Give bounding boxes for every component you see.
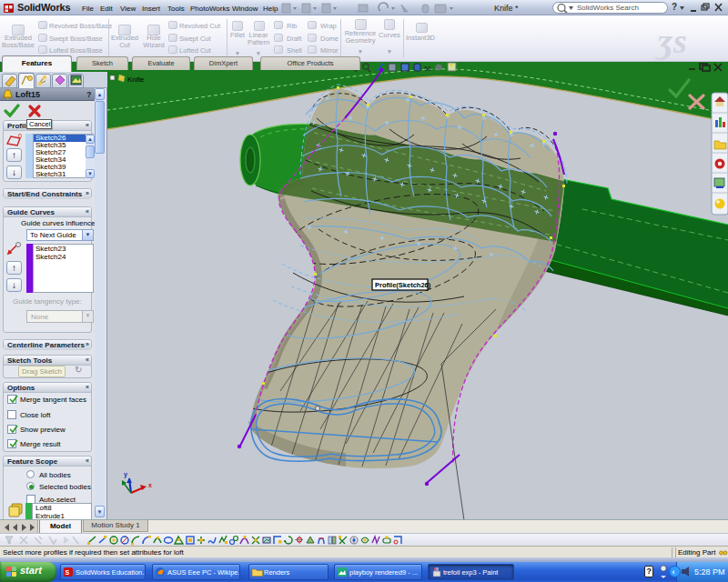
svg-text:S: S bbox=[66, 569, 70, 576]
svg-text:‹: ‹ bbox=[672, 567, 675, 577]
svg-text:Profile(Sketch26): Profile(Sketch26) bbox=[375, 281, 431, 289]
svg-text:0: 0 bbox=[18, 133, 22, 139]
svg-text:Knife: Knife bbox=[127, 75, 145, 84]
svg-text:y: y bbox=[124, 471, 127, 478]
svg-text:56: 56 bbox=[424, 65, 431, 72]
svg-text:x: x bbox=[148, 482, 152, 488]
